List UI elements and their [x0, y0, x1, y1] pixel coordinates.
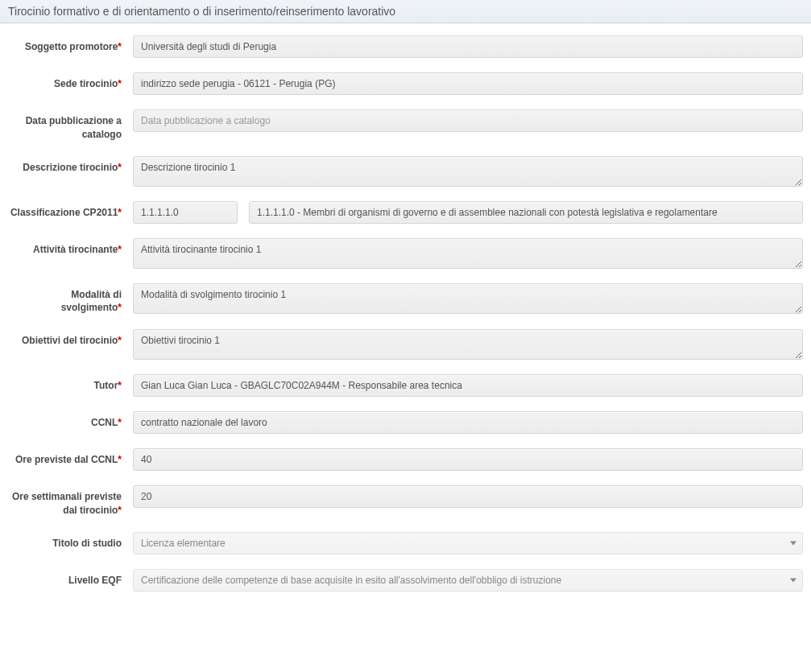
label-text: Classificazione CP2011: [10, 207, 118, 218]
required-mark: *: [118, 302, 122, 313]
input-data-pubblicazione[interactable]: [133, 109, 803, 132]
input-cp2011-code[interactable]: [133, 201, 238, 224]
label-classificazione-cp2011: Classificazione CP2011*: [8, 201, 133, 220]
label-text: Titolo di studio: [52, 538, 122, 549]
label-text: CCNL: [91, 417, 118, 428]
label-soggetto-promotore: Soggetto promotore*: [8, 35, 133, 54]
row-attivita-tirocinante: Attività tirocinante* Attività tirocinan…: [8, 238, 803, 269]
row-tutor: Tutor*: [8, 374, 803, 397]
textarea-attivita-tirocinante[interactable]: Attività tirocinante tirocinio 1: [133, 238, 803, 269]
label-text: Ore previste dal CCNL: [15, 454, 118, 465]
input-soggetto-promotore[interactable]: [133, 35, 803, 58]
label-text: Livello EQF: [68, 575, 122, 586]
select-wrap-livello-eqf: Certificazione delle competenze di base …: [133, 569, 803, 592]
label-titolo-studio: Titolo di studio: [8, 532, 133, 550]
input-ore-settimanali[interactable]: [133, 485, 803, 508]
row-modalita-svolgimento: Modalità di svolgimento* Modalità di svo…: [8, 283, 803, 315]
row-livello-eqf: Livello EQF Certificazione delle compete…: [8, 569, 803, 592]
required-mark: *: [118, 505, 122, 516]
label-text: Sede tirocinio: [54, 78, 118, 89]
label-modalita-svolgimento: Modalità di svolgimento*: [8, 283, 133, 315]
select-titolo-studio[interactable]: Licenza elementare: [133, 532, 803, 555]
input-ore-ccnl[interactable]: [133, 448, 803, 471]
label-livello-eqf: Livello EQF: [8, 569, 133, 587]
textarea-descrizione-tirocinio[interactable]: Descrizione tirocinio 1: [133, 156, 803, 187]
required-mark: *: [118, 244, 122, 255]
required-mark: *: [118, 417, 122, 428]
row-titolo-studio: Titolo di studio Licenza elementare: [8, 532, 803, 555]
label-data-pubblicazione: Data pubblicazione a catalogo: [8, 109, 133, 142]
select-wrap-titolo-studio: Licenza elementare: [133, 532, 803, 555]
label-text: Modalità di svolgimento: [61, 289, 122, 314]
label-text: Soggetto promotore: [25, 41, 118, 52]
page-header: Tirocinio formativo e di orientamento o …: [0, 0, 811, 23]
label-ore-ccnl: Ore previste dal CCNL*: [8, 448, 133, 467]
label-ccnl: CCNL*: [8, 411, 133, 430]
label-descrizione-tirocinio: Descrizione tirocinio*: [8, 156, 133, 175]
row-ore-settimanali: Ore settimanali previste dal tirocinio*: [8, 485, 803, 517]
textarea-modalita-svolgimento[interactable]: Modalità di svolgimento tirocinio 1: [133, 283, 803, 314]
required-mark: *: [118, 454, 122, 465]
select-livello-eqf[interactable]: Certificazione delle competenze di base …: [133, 569, 803, 592]
label-obiettivi-tirocinio: Obiettivi del tirocinio*: [8, 329, 133, 348]
textarea-obiettivi-tirocinio[interactable]: Obiettivi tirocinio 1: [133, 329, 803, 360]
label-tutor: Tutor*: [8, 374, 133, 393]
row-ore-ccnl: Ore previste dal CCNL*: [8, 448, 803, 471]
label-ore-settimanali: Ore settimanali previste dal tirocinio*: [8, 485, 133, 517]
row-ccnl: CCNL*: [8, 411, 803, 434]
label-text: Attività tirocinante: [33, 244, 118, 255]
required-mark: *: [118, 380, 122, 391]
required-mark: *: [118, 78, 122, 89]
required-mark: *: [118, 207, 122, 218]
input-cp2011-desc[interactable]: [249, 201, 803, 224]
page-title: Tirocinio formativo e di orientamento o …: [8, 5, 395, 18]
form-container: Soggetto promotore* Sede tirocinio* Data…: [0, 23, 811, 592]
label-text: Obiettivi del tirocinio: [22, 335, 118, 346]
row-data-pubblicazione: Data pubblicazione a catalogo: [8, 109, 803, 142]
label-sede-tirocinio: Sede tirocinio*: [8, 72, 133, 91]
row-classificazione-cp2011: Classificazione CP2011*: [8, 201, 803, 224]
input-tutor[interactable]: [133, 374, 803, 397]
label-text: Descrizione tirocinio: [23, 162, 118, 173]
label-text: Ore settimanali previste dal tirocinio: [12, 491, 122, 516]
row-descrizione-tirocinio: Descrizione tirocinio* Descrizione tiroc…: [8, 156, 803, 187]
required-mark: *: [118, 335, 122, 346]
input-sede-tirocinio[interactable]: [133, 72, 803, 95]
required-mark: *: [118, 41, 122, 52]
label-text: Tutor: [94, 380, 118, 391]
label-text: Data pubblicazione a catalogo: [26, 115, 122, 140]
required-mark: *: [118, 162, 122, 173]
row-sede-tirocinio: Sede tirocinio*: [8, 72, 803, 95]
input-ccnl[interactable]: [133, 411, 803, 434]
label-attivita-tirocinante: Attività tirocinante*: [8, 238, 133, 257]
row-obiettivi-tirocinio: Obiettivi del tirocinio* Obiettivi tiroc…: [8, 329, 803, 360]
row-soggetto-promotore: Soggetto promotore*: [8, 35, 803, 58]
